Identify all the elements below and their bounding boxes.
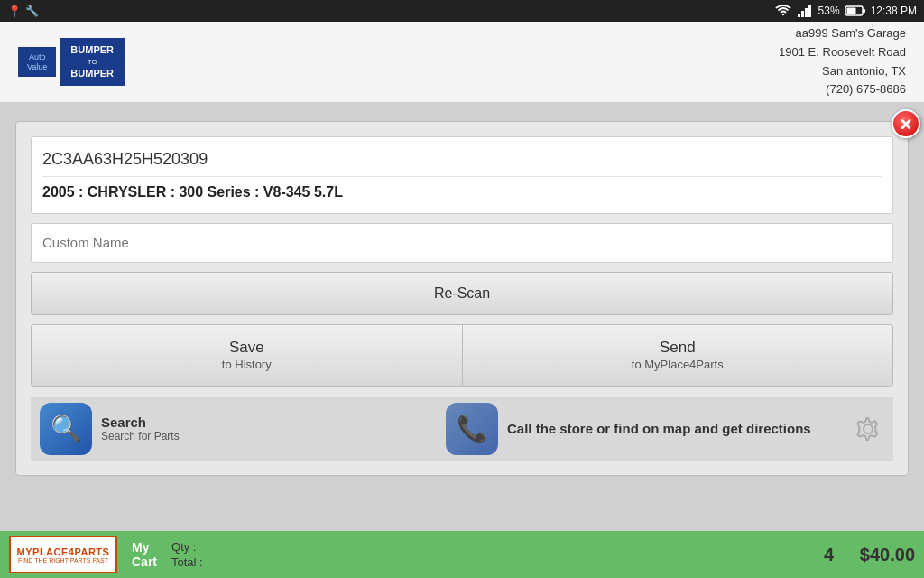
battery-percent: 53% (818, 5, 840, 17)
header: Auto Value BUMPER TO BUMPER aa999 Sam's … (0, 22, 924, 103)
vin-field: 2C3AA63H25H520309 2005 : CHRYSLER : 300 … (31, 136, 893, 214)
store-id: aa999 (796, 26, 828, 40)
send-button[interactable]: Send to MyPlace4Parts (463, 325, 893, 386)
qty-label: Qty : (171, 540, 196, 554)
my-cart-label: MyCart (125, 540, 164, 569)
location-icon: 📍 (7, 5, 22, 18)
cart-bar[interactable]: MYPLACE4PARTS FIND THE RIGHT PARTS FAST … (0, 531, 924, 578)
store-address2: San antonio, TX (779, 62, 906, 81)
cart-details: Qty : Total : (171, 540, 203, 569)
store-name: Sam's Garage (831, 26, 906, 40)
vehicle-description: 2005 : CHRYSLER : 300 Series : V8-345 5.… (42, 176, 882, 210)
rescan-label: Re-Scan (434, 285, 490, 301)
call-text: Call the store or find on map and get di… (507, 421, 811, 436)
search-icon-circle: 🔍 (40, 403, 92, 455)
wifi-icon (775, 5, 791, 17)
search-icon: 🔍 (51, 414, 82, 443)
status-bar: 📍 🔧 53% 12:38 PM (0, 0, 924, 22)
save-button[interactable]: Save to History (32, 325, 463, 386)
status-right: 53% 12:38 PM (775, 5, 917, 17)
custom-name-input[interactable] (42, 235, 882, 250)
close-button[interactable] (892, 109, 920, 138)
cart-total-price: $40.00 (860, 545, 915, 565)
cart-qty-value: 4 (824, 545, 834, 565)
search-sub: Search for Parts (101, 430, 180, 443)
vin-number: 2C3AA63H25H520309 (42, 150, 882, 169)
dialog: 2C3AA63H25H520309 2005 : CHRYSLER : 300 … (15, 121, 909, 476)
svg-rect-5 (863, 9, 865, 13)
save-sub-label: to History (44, 358, 449, 373)
rescan-button[interactable]: Re-Scan (31, 272, 893, 315)
save-label: Save (44, 338, 449, 358)
logo-container: Auto Value BUMPER TO BUMPER (18, 38, 125, 87)
myplace-logo: MYPLACE4PARTS FIND THE RIGHT PARTS FAST (9, 536, 117, 573)
phone-icon-circle: 📞 (446, 403, 498, 455)
svg-rect-6 (846, 8, 855, 14)
send-sub-label: to MyPlace4Parts (476, 358, 881, 373)
signal-icon (797, 5, 813, 17)
search-icon-item[interactable]: 🔍 Search Search for Parts (40, 403, 446, 455)
time: 12:38 PM (871, 5, 917, 17)
custom-name-field[interactable] (31, 223, 893, 263)
send-label: Send (476, 338, 881, 358)
myplace-logo-sub: FIND THE RIGHT PARTS FAST (18, 557, 108, 564)
store-id-name: aa999 Sam's Garage (779, 24, 906, 43)
svg-rect-1 (801, 11, 804, 17)
search-text: Search Search for Parts (101, 415, 180, 443)
svg-point-7 (864, 424, 873, 434)
battery-icon (845, 5, 865, 16)
svg-rect-3 (808, 5, 811, 17)
store-address1: 1901 E. Roosevelt Road (779, 43, 906, 62)
settings-icon[interactable] (852, 413, 884, 445)
app-icon: 🔧 (25, 5, 39, 17)
call-title: Call the store or find on map and get di… (507, 421, 811, 436)
cart-qty-label: Qty : (171, 540, 203, 554)
myplace-logo-top: MYPLACE4PARTS (17, 546, 110, 557)
total-label: Total : (171, 555, 203, 569)
cart-total-label: Total : (171, 555, 203, 569)
svg-rect-2 (805, 8, 808, 17)
phone-icon: 📞 (457, 414, 488, 443)
store-info: aa999 Sam's Garage 1901 E. Roosevelt Roa… (779, 24, 906, 99)
bottom-icons-row: 🔍 Search Search for Parts 📞 Call the sto… (31, 397, 893, 461)
main-content: 2C3AA63H25H520309 2005 : CHRYSLER : 300 … (0, 103, 924, 485)
auto-value-logo: Auto Value (18, 47, 56, 78)
status-left: 📍 🔧 (7, 5, 39, 18)
search-title: Search (101, 415, 180, 430)
svg-rect-0 (798, 14, 800, 17)
action-buttons: Save to History Send to MyPlace4Parts (31, 324, 893, 387)
bumper-logo: BUMPER TO BUMPER (60, 38, 125, 87)
store-phone: (720) 675-8686 (779, 80, 906, 99)
call-icon-item[interactable]: 📞 Call the store or find on map and get … (446, 403, 852, 455)
